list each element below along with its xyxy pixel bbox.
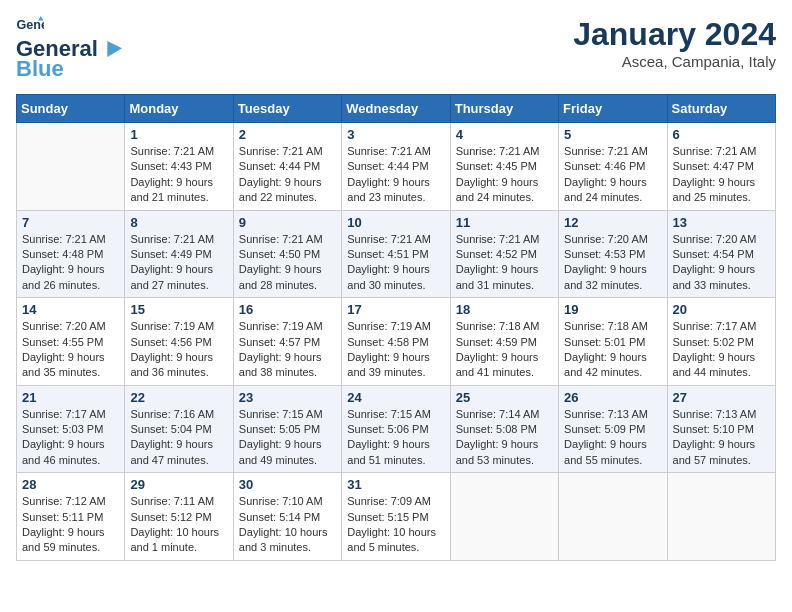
- calendar-cell: 14Sunrise: 7:20 AM Sunset: 4:55 PM Dayli…: [17, 298, 125, 386]
- calendar-cell: 22Sunrise: 7:16 AM Sunset: 5:04 PM Dayli…: [125, 385, 233, 473]
- day-info: Sunrise: 7:19 AM Sunset: 4:56 PM Dayligh…: [130, 319, 227, 381]
- day-number: 16: [239, 302, 336, 317]
- calendar-week-row: 14Sunrise: 7:20 AM Sunset: 4:55 PM Dayli…: [17, 298, 776, 386]
- calendar-cell: 28Sunrise: 7:12 AM Sunset: 5:11 PM Dayli…: [17, 473, 125, 561]
- calendar-cell: 4Sunrise: 7:21 AM Sunset: 4:45 PM Daylig…: [450, 123, 558, 211]
- day-number: 20: [673, 302, 770, 317]
- calendar-cell: 25Sunrise: 7:14 AM Sunset: 5:08 PM Dayli…: [450, 385, 558, 473]
- calendar-cell: 8Sunrise: 7:21 AM Sunset: 4:49 PM Daylig…: [125, 210, 233, 298]
- day-number: 28: [22, 477, 119, 492]
- calendar-week-row: 21Sunrise: 7:17 AM Sunset: 5:03 PM Dayli…: [17, 385, 776, 473]
- calendar-week-row: 7Sunrise: 7:21 AM Sunset: 4:48 PM Daylig…: [17, 210, 776, 298]
- day-info: Sunrise: 7:20 AM Sunset: 4:54 PM Dayligh…: [673, 232, 770, 294]
- location: Ascea, Campania, Italy: [573, 53, 776, 70]
- calendar-cell: 16Sunrise: 7:19 AM Sunset: 4:57 PM Dayli…: [233, 298, 341, 386]
- calendar-cell: 26Sunrise: 7:13 AM Sunset: 5:09 PM Dayli…: [559, 385, 667, 473]
- day-number: 26: [564, 390, 661, 405]
- calendar-cell: [559, 473, 667, 561]
- calendar-week-row: 28Sunrise: 7:12 AM Sunset: 5:11 PM Dayli…: [17, 473, 776, 561]
- calendar-cell: [667, 473, 775, 561]
- day-number: 7: [22, 215, 119, 230]
- day-number: 31: [347, 477, 444, 492]
- day-info: Sunrise: 7:18 AM Sunset: 4:59 PM Dayligh…: [456, 319, 553, 381]
- logo: General General Blue: [16, 16, 122, 82]
- day-info: Sunrise: 7:21 AM Sunset: 4:50 PM Dayligh…: [239, 232, 336, 294]
- day-number: 17: [347, 302, 444, 317]
- calendar-cell: 20Sunrise: 7:17 AM Sunset: 5:02 PM Dayli…: [667, 298, 775, 386]
- calendar-cell: 24Sunrise: 7:15 AM Sunset: 5:06 PM Dayli…: [342, 385, 450, 473]
- day-number: 1: [130, 127, 227, 142]
- day-number: 2: [239, 127, 336, 142]
- day-info: Sunrise: 7:21 AM Sunset: 4:43 PM Dayligh…: [130, 144, 227, 206]
- day-info: Sunrise: 7:21 AM Sunset: 4:48 PM Dayligh…: [22, 232, 119, 294]
- day-number: 12: [564, 215, 661, 230]
- weekday-header-row: SundayMondayTuesdayWednesdayThursdayFrid…: [17, 95, 776, 123]
- weekday-header-cell: Sunday: [17, 95, 125, 123]
- day-info: Sunrise: 7:21 AM Sunset: 4:52 PM Dayligh…: [456, 232, 553, 294]
- day-number: 24: [347, 390, 444, 405]
- day-info: Sunrise: 7:19 AM Sunset: 4:57 PM Dayligh…: [239, 319, 336, 381]
- day-info: Sunrise: 7:21 AM Sunset: 4:46 PM Dayligh…: [564, 144, 661, 206]
- day-number: 25: [456, 390, 553, 405]
- calendar-cell: 6Sunrise: 7:21 AM Sunset: 4:47 PM Daylig…: [667, 123, 775, 211]
- calendar-cell: [17, 123, 125, 211]
- weekday-header-cell: Thursday: [450, 95, 558, 123]
- day-number: 8: [130, 215, 227, 230]
- day-number: 22: [130, 390, 227, 405]
- day-number: 11: [456, 215, 553, 230]
- calendar-table: SundayMondayTuesdayWednesdayThursdayFrid…: [16, 94, 776, 561]
- day-info: Sunrise: 7:17 AM Sunset: 5:03 PM Dayligh…: [22, 407, 119, 469]
- day-number: 19: [564, 302, 661, 317]
- calendar-cell: 10Sunrise: 7:21 AM Sunset: 4:51 PM Dayli…: [342, 210, 450, 298]
- day-info: Sunrise: 7:21 AM Sunset: 4:44 PM Dayligh…: [239, 144, 336, 206]
- calendar-cell: 15Sunrise: 7:19 AM Sunset: 4:56 PM Dayli…: [125, 298, 233, 386]
- calendar-cell: 5Sunrise: 7:21 AM Sunset: 4:46 PM Daylig…: [559, 123, 667, 211]
- weekday-header-cell: Tuesday: [233, 95, 341, 123]
- calendar-cell: 27Sunrise: 7:13 AM Sunset: 5:10 PM Dayli…: [667, 385, 775, 473]
- weekday-header-cell: Wednesday: [342, 95, 450, 123]
- calendar-cell: 17Sunrise: 7:19 AM Sunset: 4:58 PM Dayli…: [342, 298, 450, 386]
- day-number: 14: [22, 302, 119, 317]
- day-number: 21: [22, 390, 119, 405]
- svg-marker-2: [107, 41, 122, 57]
- day-info: Sunrise: 7:13 AM Sunset: 5:10 PM Dayligh…: [673, 407, 770, 469]
- logo-blue: Blue: [16, 56, 64, 82]
- day-number: 9: [239, 215, 336, 230]
- day-info: Sunrise: 7:21 AM Sunset: 4:45 PM Dayligh…: [456, 144, 553, 206]
- calendar-cell: 12Sunrise: 7:20 AM Sunset: 4:53 PM Dayli…: [559, 210, 667, 298]
- calendar-cell: 23Sunrise: 7:15 AM Sunset: 5:05 PM Dayli…: [233, 385, 341, 473]
- calendar-cell: 9Sunrise: 7:21 AM Sunset: 4:50 PM Daylig…: [233, 210, 341, 298]
- calendar-cell: 18Sunrise: 7:18 AM Sunset: 4:59 PM Dayli…: [450, 298, 558, 386]
- calendar-cell: 21Sunrise: 7:17 AM Sunset: 5:03 PM Dayli…: [17, 385, 125, 473]
- logo-arrow-icon: [100, 40, 122, 58]
- day-number: 4: [456, 127, 553, 142]
- day-info: Sunrise: 7:17 AM Sunset: 5:02 PM Dayligh…: [673, 319, 770, 381]
- day-number: 6: [673, 127, 770, 142]
- day-info: Sunrise: 7:21 AM Sunset: 4:51 PM Dayligh…: [347, 232, 444, 294]
- calendar-cell: [450, 473, 558, 561]
- calendar-cell: 11Sunrise: 7:21 AM Sunset: 4:52 PM Dayli…: [450, 210, 558, 298]
- weekday-header-cell: Monday: [125, 95, 233, 123]
- day-info: Sunrise: 7:16 AM Sunset: 5:04 PM Dayligh…: [130, 407, 227, 469]
- day-info: Sunrise: 7:20 AM Sunset: 4:53 PM Dayligh…: [564, 232, 661, 294]
- day-number: 3: [347, 127, 444, 142]
- day-number: 15: [130, 302, 227, 317]
- day-info: Sunrise: 7:12 AM Sunset: 5:11 PM Dayligh…: [22, 494, 119, 556]
- day-info: Sunrise: 7:21 AM Sunset: 4:49 PM Dayligh…: [130, 232, 227, 294]
- title-block: January 2024 Ascea, Campania, Italy: [573, 16, 776, 70]
- calendar-cell: 2Sunrise: 7:21 AM Sunset: 4:44 PM Daylig…: [233, 123, 341, 211]
- day-number: 29: [130, 477, 227, 492]
- day-info: Sunrise: 7:21 AM Sunset: 4:44 PM Dayligh…: [347, 144, 444, 206]
- calendar-cell: 29Sunrise: 7:11 AM Sunset: 5:12 PM Dayli…: [125, 473, 233, 561]
- day-number: 18: [456, 302, 553, 317]
- day-info: Sunrise: 7:10 AM Sunset: 5:14 PM Dayligh…: [239, 494, 336, 556]
- day-info: Sunrise: 7:15 AM Sunset: 5:05 PM Dayligh…: [239, 407, 336, 469]
- day-number: 27: [673, 390, 770, 405]
- day-info: Sunrise: 7:11 AM Sunset: 5:12 PM Dayligh…: [130, 494, 227, 556]
- day-info: Sunrise: 7:21 AM Sunset: 4:47 PM Dayligh…: [673, 144, 770, 206]
- calendar-cell: 7Sunrise: 7:21 AM Sunset: 4:48 PM Daylig…: [17, 210, 125, 298]
- day-info: Sunrise: 7:14 AM Sunset: 5:08 PM Dayligh…: [456, 407, 553, 469]
- calendar-cell: 3Sunrise: 7:21 AM Sunset: 4:44 PM Daylig…: [342, 123, 450, 211]
- day-number: 10: [347, 215, 444, 230]
- page-header: General General Blue January 2024 Ascea,…: [16, 16, 776, 82]
